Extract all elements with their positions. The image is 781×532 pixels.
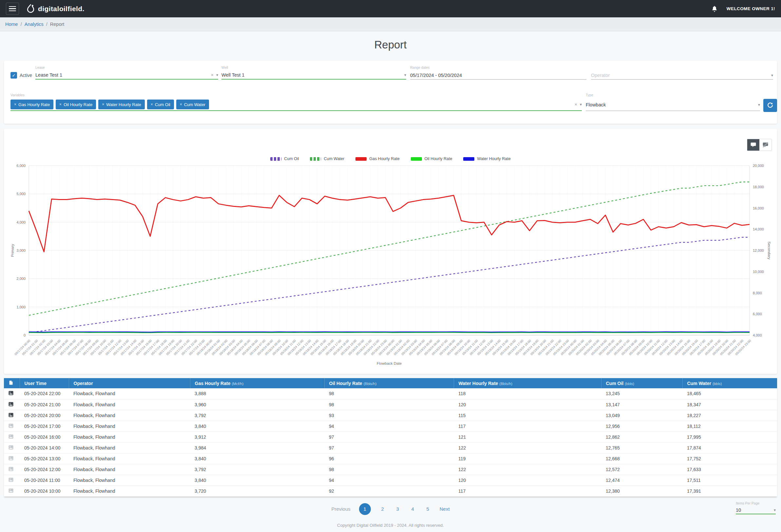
row-icon-cell[interactable] — [4, 399, 19, 410]
pagination-page-3[interactable]: 3 — [395, 506, 401, 512]
row-icon-cell[interactable] — [4, 388, 19, 399]
navbar-left: digitaloilfield. — [6, 3, 85, 15]
row-image-icon[interactable] — [8, 412, 14, 418]
column-header-oil-hourly-rate[interactable]: Oil Hourly Rate(Bbls/h) — [324, 378, 454, 388]
lease-field: Lease Lease Test 1 × ▾ — [35, 65, 218, 80]
lease-clear-icon[interactable]: × — [211, 72, 214, 78]
legend-item-water-hourly-rate[interactable]: Water Hourly Rate — [463, 155, 510, 162]
row-icon-cell[interactable] — [4, 410, 19, 421]
pagination-page-4[interactable]: 4 — [410, 506, 416, 512]
column-header-icon[interactable] — [4, 378, 19, 388]
items-per-page-caret-down-icon[interactable]: ▾ — [774, 508, 776, 513]
cell-oil: 98 — [324, 399, 454, 410]
row-image-icon[interactable] — [8, 401, 14, 407]
cell-operator: Flowback, Flowhand — [69, 475, 190, 486]
cell-operator: Flowback, Flowhand — [69, 388, 190, 399]
variable-chip-gas-hourly-rate[interactable]: ×Gas Hourly Rate — [10, 99, 53, 109]
type-caret-down-icon[interactable]: ▾ — [758, 102, 760, 107]
variable-chip-cum-oil[interactable]: ×Cum Oil — [147, 99, 174, 109]
tooltip-on-button[interactable] — [747, 139, 759, 150]
row-image-icon[interactable] — [8, 423, 14, 429]
chip-remove-icon[interactable]: × — [59, 102, 61, 107]
row-image-icon[interactable] — [8, 455, 14, 461]
refresh-button[interactable] — [763, 99, 777, 112]
row-image-icon[interactable] — [8, 390, 14, 396]
cell-gas: 3,984 — [190, 442, 324, 453]
legend-item-oil-hourly-rate[interactable]: Oil Hourly Rate — [411, 155, 452, 162]
operator-select[interactable]: Operator ▾ — [591, 71, 773, 80]
chip-label: Water Hourly Rate — [106, 102, 141, 107]
cell-oil: 96 — [324, 453, 454, 464]
row-icon-cell[interactable] — [4, 453, 19, 464]
column-header-gas-hourly-rate[interactable]: Gas Hourly Rate(Mcf/h) — [190, 378, 324, 388]
axis-titles: PrimarySecondaryFlowback Date — [10, 241, 771, 365]
cell-user_time: 05-20-2024 11:00 — [19, 475, 69, 486]
variable-chip-water-hourly-rate[interactable]: ×Water Hourly Rate — [98, 99, 145, 109]
cell-operator: Flowback, Flowhand — [69, 442, 190, 453]
legend-item-cum-oil[interactable]: Cum Oil — [270, 155, 299, 162]
well-select[interactable]: Well Test 1 ▾ — [221, 71, 406, 80]
series-line-gas-hourly-rate — [29, 195, 749, 252]
cell-cum_oil: 12,668 — [601, 453, 683, 464]
chip-remove-icon[interactable]: × — [180, 102, 182, 107]
legend-item-cum-water[interactable]: Cum Water — [310, 155, 344, 162]
variables-clear-icon[interactable]: × — [575, 102, 577, 107]
cell-cum_water: 18,227 — [683, 410, 777, 421]
cell-water: 118 — [454, 388, 601, 399]
cell-water: 121 — [454, 432, 601, 442]
lease-select[interactable]: Lease Test 1 × ▾ — [35, 71, 218, 80]
well-caret-down-icon[interactable]: ▾ — [404, 73, 406, 77]
column-header-cum-water[interactable]: Cum Water(bbls) — [683, 378, 777, 388]
pagination-page-2[interactable]: 2 — [379, 506, 386, 512]
brand-text: digitaloilfield. — [38, 5, 85, 13]
lease-caret-down-icon[interactable]: ▾ — [216, 73, 218, 77]
cell-user_time: 05-20-2024 16:00 — [19, 432, 69, 442]
variables-select[interactable]: ×Gas Hourly Rate×Oil Hourly Rate×Water H… — [10, 98, 582, 111]
variables-caret-down-icon[interactable]: ▾ — [580, 102, 582, 107]
brand-logo[interactable]: digitaloilfield. — [26, 4, 85, 14]
row-image-icon[interactable] — [8, 434, 14, 439]
row-icon-cell[interactable] — [4, 421, 19, 432]
pagination-page-5[interactable]: 5 — [424, 506, 431, 512]
legend-swatch-water-hourly-rate — [463, 157, 475, 161]
copyright-footer: Copyright Digital Oilfield 2019 - 2024. … — [0, 523, 781, 528]
chip-remove-icon[interactable]: × — [14, 102, 16, 107]
row-icon-cell[interactable] — [4, 486, 19, 496]
legend-item-gas-hourly-rate[interactable]: Gas Hourly Rate — [356, 155, 399, 162]
column-header-user-time[interactable]: User Time — [19, 378, 69, 388]
range-dates-input[interactable]: 05/17/2024 - 05/20/2024 — [410, 71, 586, 80]
legend-label: Cum Oil — [284, 157, 299, 161]
pagination-page-1[interactable]: 1 — [359, 503, 371, 515]
active-checkbox[interactable]: ✓ — [10, 72, 17, 79]
row-icon-cell[interactable] — [4, 475, 19, 486]
pagination-next[interactable]: Next — [440, 506, 450, 512]
row-image-icon[interactable] — [8, 445, 14, 450]
row-icon-cell[interactable] — [4, 432, 19, 442]
row-icon-cell[interactable] — [4, 442, 19, 453]
notifications-bell-icon[interactable] — [711, 5, 718, 13]
pagination-previous[interactable]: Previous — [331, 506, 350, 512]
row-image-icon[interactable] — [8, 488, 14, 493]
column-header-cum-oil[interactable]: Cum Oil(bbls) — [601, 378, 683, 388]
menu-button[interactable] — [6, 3, 19, 15]
variable-chip-cum-water[interactable]: ×Cum Water — [176, 99, 209, 109]
row-image-icon[interactable] — [8, 466, 14, 472]
column-header-operator[interactable]: Operator — [69, 378, 190, 388]
cell-cum_water: 17,752 — [683, 453, 777, 464]
row-icon-cell[interactable] — [4, 464, 19, 475]
top-navbar: digitaloilfield. WELCOME OWNER 1! — [0, 0, 781, 17]
tooltip-off-button[interactable] — [759, 139, 772, 150]
row-image-icon[interactable] — [8, 477, 14, 483]
operator-caret-down-icon[interactable]: ▾ — [771, 73, 773, 78]
variable-chip-oil-hourly-rate[interactable]: ×Oil Hourly Rate — [56, 99, 96, 109]
report-table-body: 05-20-2024 22:00Flowback, Flowhand3,8889… — [4, 388, 777, 496]
breadcrumb-item-home[interactable]: Home — [5, 21, 18, 27]
items-per-page-select[interactable]: 10 ▾ — [736, 506, 776, 514]
series-line-cum-water — [29, 182, 749, 315]
cell-gas: 3,720 — [190, 486, 324, 496]
type-select[interactable]: Flowback ▾ — [586, 98, 760, 111]
chip-remove-icon[interactable]: × — [102, 102, 104, 107]
breadcrumb-item-analytics[interactable]: Analytics — [25, 21, 44, 27]
column-header-water-hourly-rate[interactable]: Water Hourly Rate(Bbls/h) — [454, 378, 601, 388]
chip-remove-icon[interactable]: × — [151, 102, 153, 107]
